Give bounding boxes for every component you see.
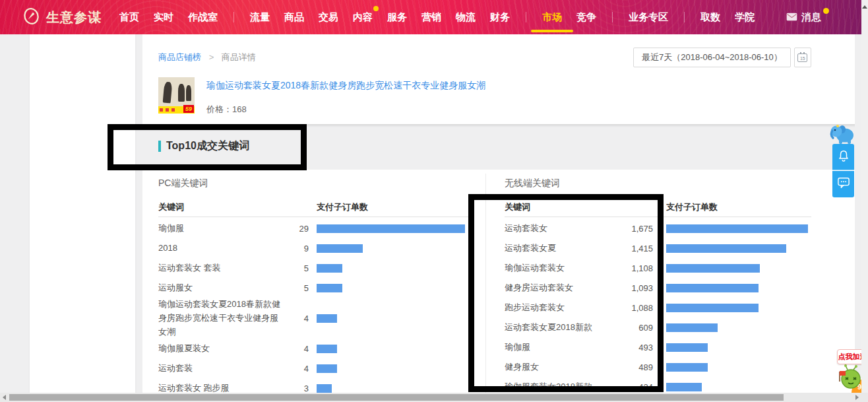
mascot-speedup-icon[interactable] [838,364,864,394]
nav-item[interactable]: 财务 [490,0,510,34]
nav-item-label: 商品 [284,11,304,22]
nav-item[interactable]: 作战室 [188,0,218,34]
orders-value: 1,415 [627,244,653,253]
keyword-cell: 瑜伽服夏装女 [158,342,284,356]
section-title: Top10成交关键词 [158,139,249,153]
orders-bar [317,384,332,393]
orders-value: 609 [627,323,653,333]
orders-bar [317,284,342,292]
nav-divider [233,12,234,22]
horizontal-scrollbar-thumb[interactable] [9,394,784,401]
nav-item-label: 取数 [700,11,720,22]
table-row: 瑜伽运动套装女 1,108 [505,258,811,278]
orders-bar-track [317,364,465,373]
wireless-keywords-column: 无线端关键词 关键词 支付子订单数 运动套装女 1,675 运动套装女夏 1,4… [505,178,811,393]
scroll-left-icon[interactable] [3,395,6,400]
app-title: 生意参谋 [46,9,102,26]
orders-bar-track [317,244,465,253]
orders-bar [317,224,465,233]
calendar-button[interactable]: 15 [794,48,811,67]
nav-item[interactable]: 营销 [421,0,441,34]
notification-dot [373,6,379,11]
nav-item[interactable]: 交易 [319,0,338,34]
scrollbar-corner [861,393,868,402]
wireless-table-header: 关键词 支付子订单数 [505,200,811,217]
pc-table-rows: 瑜伽服 29 2018 9 运动套装女 套装 5 运动服女 5 瑜伽运动套装女夏… [158,218,470,393]
product-price: 价格：168 [206,104,485,116]
orders-value: 9 [284,244,309,253]
orders-bar-track [666,264,808,273]
keyword-cell: 跑步运动套装女 [505,301,627,315]
keyword-column-header: 关键词 [158,201,184,213]
nav-item[interactable]: 物流 [456,0,476,34]
orders-value: 4 [284,344,309,354]
breadcrumb-link-rank[interactable]: 商品店铺榜 [158,52,201,62]
orders-value: 29 [284,224,309,234]
nav-item[interactable]: 内容 [353,0,373,34]
scroll-right-icon[interactable] [855,395,859,400]
nav-item[interactable]: 首页 [119,0,139,34]
pc-keywords-column: PC端关键词 关键词 支付子订单数 瑜伽服 29 2018 9 运动套装女 套装… [158,178,470,393]
keyword-cell: 2018 [158,242,284,255]
nav-item[interactable]: 业务专区 [629,0,668,34]
product-thumbnail[interactable]: 59 [158,77,195,114]
orders-bar [317,244,363,253]
orders-value: 5 [284,283,309,293]
nav-menu: 首页 实时 作战室 流量 商品 交易 内容 服务 营销 物流 财务 市场 竞争 … [112,0,762,34]
orders-value: 5 [284,263,309,273]
orders-bar-track [666,383,808,391]
nav-item-label: 流量 [250,11,270,22]
keyword-cell: 运动套装女 跑步服 [158,382,284,393]
nav-item-messages[interactable]: 消息 [786,0,821,34]
nav-item-label: 作战室 [188,11,218,22]
nav-item[interactable]: 市场 [542,0,562,34]
vertical-scrollbar[interactable] [861,0,868,393]
table-row: 运动套装 4 [158,358,470,378]
orders-bar-track [666,224,808,233]
breadcrumb: 商品店铺榜 > 商品详情 [158,51,256,63]
keyword-cell: 运动套装女夏2018新款 [505,321,627,335]
table-row: 运动套装女 跑步服 3 [158,378,470,393]
table-row: 跑步运动套装女 1,088 [505,298,811,318]
nav-item[interactable]: 服务 [387,0,407,34]
table-row: 运动套装女 1,675 [505,218,811,238]
app-logo[interactable]: 生意参谋 [22,7,102,28]
date-range-selector[interactable]: 最近7天（2018-06-04~2018-06-10） [633,48,791,67]
breadcrumb-current: 商品详情 [222,52,256,62]
orders-bar [666,383,702,391]
keywords-card: PC端关键词 关键词 支付子订单数 瑜伽服 29 2018 9 运动套装女 套装… [142,170,855,393]
orders-value: 1,088 [627,303,653,313]
table-row: 运动服女 5 [158,278,470,298]
nav-item[interactable]: 取数 [700,0,720,34]
nav-item[interactable]: 流量 [250,0,270,34]
nav-item[interactable]: 商品 [284,0,304,34]
nav-item[interactable]: 实时 [154,0,173,34]
scroll-up-icon[interactable] [862,5,867,9]
horizontal-scrollbar[interactable] [0,393,868,402]
nav-item-label: 交易 [319,11,338,22]
nav-item-label: 财务 [490,11,510,22]
wireless-column-heading: 无线端关键词 [505,178,811,189]
orders-bar [317,364,337,373]
keyword-cell: 运动套装女 套装 [158,261,284,275]
table-row: 健身服女 489 [505,357,811,377]
table-row: 瑜伽服夏装女 4 [158,339,470,358]
orders-bar [666,343,708,352]
mascot-elephant-icon[interactable] [829,122,855,147]
keyword-cell: 瑜伽服套装女2018新款 [505,380,627,393]
nav-item[interactable]: 学院 [735,0,755,34]
table-row: 运动套装女夏 1,415 [505,238,811,258]
notifications-button[interactable] [832,144,854,170]
nav-item[interactable]: 竞争 [576,0,596,34]
orders-bar [317,314,337,323]
date-filter: 最近7天（2018-06-04~2018-06-10） 15 [633,48,811,67]
thumbnail-price-badge: 59 [183,105,194,113]
orders-bar-track [666,343,808,352]
feedback-chat-button[interactable] [832,171,854,197]
left-sidebar-panel [30,34,135,402]
orders-value: 489 [627,362,653,372]
product-title-link[interactable]: 瑜伽运动套装女夏2018春新款健身房跑步宽松速干衣专业健身服女潮 [206,80,485,92]
breadcrumb-separator: > [209,52,214,62]
orders-bar [666,224,808,233]
notification-dot [823,8,829,14]
